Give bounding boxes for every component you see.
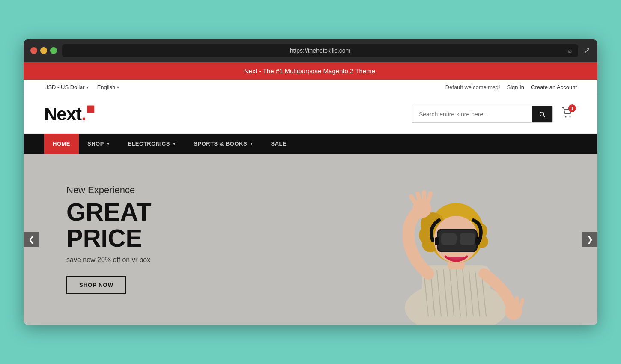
hero-image [349, 154, 563, 325]
nav-item-electronics[interactable]: ELECTRONICS ▼ [119, 134, 185, 154]
logo-accent: ■ [86, 100, 95, 117]
search-box[interactable] [412, 106, 553, 123]
search-button[interactable] [532, 106, 552, 122]
hero-title: GREAT PRICE [66, 199, 221, 251]
dot-maximize[interactable] [50, 47, 57, 54]
sign-in-link[interactable]: Sign In [507, 84, 524, 90]
currency-chevron: ▾ [87, 85, 89, 90]
carousel-next-button[interactable]: ❯ [582, 232, 597, 247]
browser-window: https://thehotskills.com ⌕ ⤢ Next - The … [24, 39, 597, 325]
browser-expand-icon[interactable]: ⤢ [583, 45, 591, 56]
announcement-bar: Next - The #1 Multipurpose Magento 2 The… [24, 62, 597, 80]
logo-dot: . [81, 104, 86, 124]
carousel-next-icon: ❯ [587, 235, 593, 244]
language-dropdown[interactable]: English ▾ [97, 84, 119, 90]
logo-text: Next [44, 104, 81, 124]
hero-banner: New Experience GREAT PRICE save now 20% … [24, 154, 597, 325]
svg-point-3 [570, 116, 571, 118]
browser-chrome: https://thehotskills.com ⌕ ⤢ [24, 39, 597, 62]
address-bar[interactable]: https://thehotskills.com ⌕ [62, 44, 578, 57]
search-input[interactable] [412, 106, 532, 122]
dot-close[interactable] [30, 47, 37, 54]
svg-point-2 [565, 116, 567, 118]
hero-description: save now 20% off on vr box [66, 256, 221, 264]
svg-rect-40 [353, 154, 559, 325]
utility-bar: USD - US Dollar ▾ English ▾ Default welc… [24, 80, 597, 95]
hero-content: New Experience GREAT PRICE save now 20% … [24, 159, 263, 320]
dot-minimize[interactable] [40, 47, 47, 54]
nav-item-shop[interactable]: SHOP ▼ [79, 134, 119, 154]
header-right: 1 [412, 104, 577, 125]
header: Next.■ [24, 95, 597, 134]
electronics-chevron: ▼ [172, 141, 176, 146]
language-label: English [97, 84, 116, 90]
announcement-text: Next - The #1 Multipurpose Magento 2 The… [244, 67, 377, 75]
browser-search-icon: ⌕ [568, 47, 572, 54]
currency-label: USD - US Dollar [44, 84, 85, 90]
cart-button[interactable]: 1 [558, 104, 577, 125]
hero-subtitle: New Experience [66, 185, 221, 196]
currency-dropdown[interactable]: USD - US Dollar ▾ [44, 84, 89, 90]
cart-badge: 1 [568, 104, 576, 112]
nav-item-home[interactable]: HOME [44, 134, 79, 154]
sports-chevron: ▼ [249, 141, 254, 146]
welcome-message: Default welcome msg! [445, 84, 500, 90]
shop-chevron: ▼ [106, 141, 110, 146]
carousel-prev-button[interactable]: ❮ [24, 232, 39, 247]
nav-item-sports-books[interactable]: SPORTS & BOOKS ▼ [185, 134, 262, 154]
language-chevron: ▾ [117, 85, 119, 90]
utility-right: Default welcome msg! Sign In Create an A… [445, 84, 577, 90]
svg-line-1 [543, 116, 545, 117]
create-account-link[interactable]: Create an Account [531, 84, 577, 90]
svg-point-0 [540, 112, 544, 116]
browser-url: https://thehotskills.com [290, 47, 351, 54]
nav-item-sale[interactable]: SALE [262, 134, 295, 154]
utility-left: USD - US Dollar ▾ English ▾ [44, 84, 119, 90]
site-logo[interactable]: Next.■ [44, 104, 95, 125]
browser-dots [30, 47, 57, 54]
navigation: HOME SHOP ▼ ELECTRONICS ▼ SPORTS & BOOKS… [24, 134, 597, 154]
carousel-prev-icon: ❮ [28, 235, 35, 244]
website: Next - The #1 Multipurpose Magento 2 The… [24, 62, 597, 325]
hero-cta-button[interactable]: SHOP NOW [66, 276, 126, 294]
